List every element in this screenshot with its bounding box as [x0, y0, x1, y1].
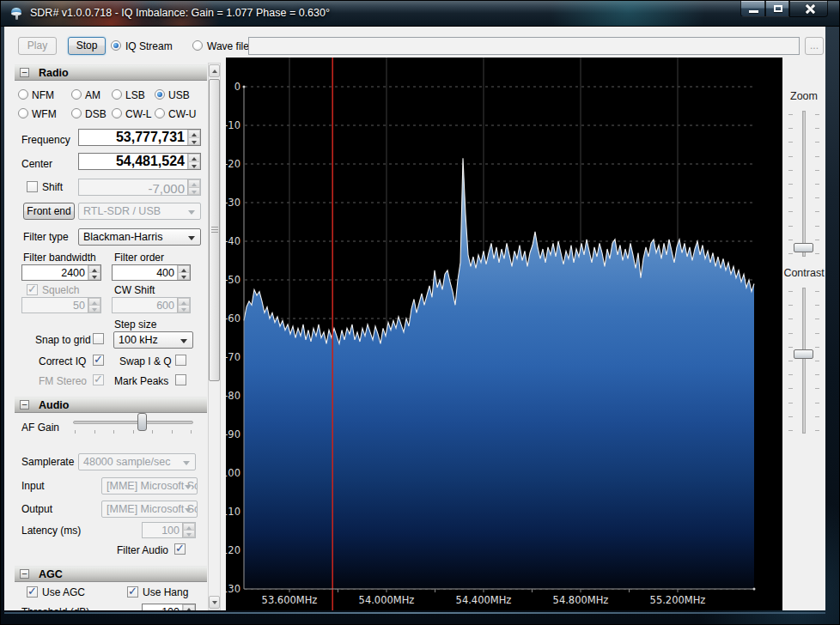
front-end-button[interactable]: Front end [23, 203, 75, 220]
scrollbar-thumb[interactable] [209, 79, 220, 381]
contrast-slider[interactable] [802, 288, 806, 434]
spin-up-icon [183, 604, 195, 610]
swap-iq-checkbox[interactable] [175, 355, 186, 366]
mode-am-radio[interactable] [71, 89, 82, 100]
zoom-slider-thumb[interactable] [794, 243, 813, 252]
svg-text:-90: -90 [226, 428, 240, 440]
output-label: Output [21, 503, 52, 515]
window-frame-accent [4, 612, 825, 614]
cw-shift-label: CW Shift [114, 284, 155, 296]
use-agc-label: Use AGC [42, 586, 85, 598]
output-combo: [MME] Microsoft Sound [101, 501, 198, 518]
svg-text:-130: -130 [226, 583, 240, 595]
agc-panel-title: AGC [39, 568, 63, 580]
svg-text:-40: -40 [226, 235, 240, 247]
spin-down-icon [178, 305, 190, 312]
frequency-label: Frequency [21, 134, 70, 146]
app-icon [9, 7, 23, 21]
spin-down-icon [183, 530, 195, 537]
frequency-spinner[interactable] [187, 130, 200, 145]
svg-text:53.600MHz: 53.600MHz [262, 594, 318, 606]
svg-text:-30: -30 [226, 197, 240, 209]
svg-text:55.200MHz: 55.200MHz [650, 594, 706, 606]
mode-lsb-radio[interactable] [112, 89, 122, 100]
spin-down-icon [88, 305, 100, 312]
stop-button[interactable]: Stop [68, 37, 106, 55]
mode-am-label: AM [85, 89, 100, 101]
filter-type-combo[interactable]: Blackman-Harris [78, 228, 201, 246]
correct-iq-checkbox[interactable] [93, 355, 104, 366]
use-hang-label: Use Hang [143, 586, 188, 598]
latency-input: 100 [142, 522, 196, 538]
radio-panel-title: Radio [39, 67, 69, 79]
filter-bandwidth-label: Filter bandwidth [23, 252, 96, 264]
scroll-down-icon[interactable] [209, 596, 220, 609]
mode-nfm-radio[interactable] [18, 89, 28, 100]
squelch-label: Squelch [42, 284, 79, 296]
contrast-slider-thumb[interactable] [794, 349, 813, 359]
center-spinner[interactable] [187, 154, 200, 169]
mode-nfm-label: NFM [32, 89, 54, 101]
svg-text:54.000MHz: 54.000MHz [359, 594, 415, 606]
play-button[interactable]: Play [18, 37, 57, 55]
spectrum-display[interactable]: 0-10-20-30-40-50-60-70-80-90-100-110-120… [226, 58, 782, 610]
filter-bandwidth-spinner[interactable] [88, 265, 100, 280]
filter-order-label: Filter order [114, 252, 164, 264]
threshold-input[interactable]: 100 [142, 604, 196, 610]
chevron-down-icon [185, 485, 192, 489]
shift-input: -7,000 [78, 179, 201, 196]
radio-panel-header[interactable]: Radio [15, 64, 207, 81]
af-gain-slider[interactable] [73, 421, 193, 424]
shift-checkbox[interactable] [27, 181, 38, 192]
collapse-icon[interactable] [20, 400, 29, 410]
iq-stream-radio[interactable] [111, 40, 121, 51]
display-slider-panel: Zoom Contrast [782, 58, 825, 610]
filter-order-input[interactable]: 400 [112, 264, 191, 281]
threshold-spinner[interactable] [182, 604, 195, 610]
center-input[interactable]: 54,481,524 [78, 153, 201, 170]
spin-up-icon [178, 265, 190, 272]
mode-wfm-label: WFM [32, 108, 57, 120]
minimize-button[interactable] [740, 1, 765, 17]
client-area: Play Stop IQ Stream Wave file ... Radio … [4, 27, 825, 610]
svg-text:-120: -120 [226, 544, 240, 556]
frequency-input[interactable]: 53,777,731 [78, 129, 201, 146]
zoom-slider[interactable] [802, 111, 806, 257]
mode-dsb-radio[interactable] [71, 108, 82, 118]
scroll-up-icon[interactable] [209, 64, 220, 77]
af-gain-slider-thumb[interactable] [137, 413, 147, 431]
use-hang-checkbox[interactable] [127, 586, 138, 598]
zoom-label: Zoom [782, 90, 825, 102]
mode-wfm-radio[interactable] [18, 108, 28, 118]
filter-audio-checkbox[interactable] [174, 543, 186, 555]
mode-cwu-radio[interactable] [155, 108, 165, 118]
close-button[interactable] [789, 1, 828, 17]
agc-panel-header[interactable]: AGC [15, 566, 207, 582]
collapse-icon[interactable] [20, 68, 29, 77]
filter-bandwidth-input[interactable]: 2400 [21, 264, 101, 281]
step-size-combo[interactable]: 100 kHz [113, 331, 193, 349]
audio-panel-header[interactable]: Audio [15, 397, 207, 413]
samplerate-combo: 48000 sample/sec [78, 453, 196, 470]
collapse-icon[interactable] [20, 569, 29, 579]
wave-file-path-input[interactable] [248, 37, 800, 55]
fm-stereo-label: FM Stereo [39, 375, 87, 387]
use-agc-checkbox[interactable] [27, 586, 38, 598]
svg-text:-110: -110 [226, 506, 240, 518]
chevron-down-icon [185, 508, 192, 513]
svg-text:-70: -70 [226, 351, 240, 363]
mode-cwl-radio[interactable] [112, 108, 122, 118]
wave-file-radio[interactable] [192, 40, 203, 51]
squelch-spinner [88, 298, 100, 312]
input-label: Input [21, 480, 45, 492]
snap-to-grid-checkbox[interactable] [93, 333, 104, 344]
browse-button[interactable]: ... [805, 37, 824, 55]
sidebar-scrollbar[interactable] [208, 63, 221, 610]
mode-cwl-label: CW-L [125, 108, 151, 120]
correct-iq-label: Correct IQ [39, 355, 86, 367]
mark-peaks-checkbox[interactable] [175, 374, 186, 385]
maximize-button[interactable] [765, 1, 789, 17]
fft-spectrum-chart[interactable]: 0-10-20-30-40-50-60-70-80-90-100-110-120… [226, 58, 782, 610]
mode-usb-radio[interactable] [155, 89, 165, 100]
filter-order-spinner[interactable] [177, 265, 190, 280]
